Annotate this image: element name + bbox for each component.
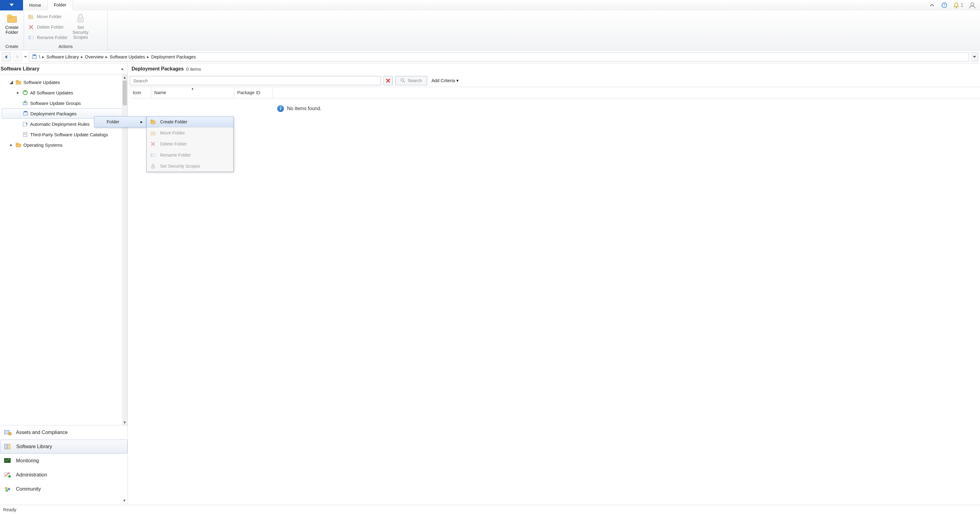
notification-count: 1 <box>961 2 963 8</box>
folder-move-icon <box>28 13 34 20</box>
wunderbar-administration[interactable]: Administration <box>0 468 127 482</box>
svg-point-38 <box>8 432 11 435</box>
add-criteria-button[interactable]: Add Criteria ▾ <box>430 78 461 83</box>
notification-bell[interactable]: 1 <box>953 2 963 9</box>
scroll-down-icon[interactable]: ▾ <box>122 420 127 425</box>
search-button-label: Search <box>408 78 422 83</box>
tree-label: Software Updates <box>23 80 60 85</box>
ribbon-group-actions-label: Actions <box>24 43 107 50</box>
set-security-scopes-button[interactable]: Set Security Scopes <box>71 12 90 40</box>
expand-icon[interactable]: ▸ <box>9 142 14 148</box>
delete-folder-button[interactable]: Delete Folder <box>28 23 68 31</box>
rename-folder-button[interactable]: Rename Folder <box>28 33 68 42</box>
breadcrumb[interactable]: \ ▸ Software Library ▸ Overview ▸ Softwa… <box>29 52 969 62</box>
tab-home[interactable]: Home <box>23 0 48 10</box>
delete-folder-label: Delete Folder <box>37 25 64 30</box>
wunderbar-overflow[interactable]: ▾ <box>0 496 127 505</box>
breadcrumb-item-4[interactable]: Deployment Packages <box>151 54 196 59</box>
svg-point-4 <box>971 3 974 6</box>
wunderbar-software-library[interactable]: Software Library <box>0 439 127 454</box>
svg-marker-0 <box>10 4 14 6</box>
file-tab[interactable] <box>0 0 23 10</box>
collapse-icon[interactable]: ◢ <box>9 79 14 85</box>
move-folder-button[interactable]: Move Folder <box>28 12 68 21</box>
col-name-label: Name <box>154 90 166 95</box>
clear-search-button[interactable] <box>383 76 393 85</box>
ctx-create-folder[interactable]: ✦ Create Folder <box>146 116 234 127</box>
svg-point-43 <box>8 475 11 478</box>
svg-rect-10 <box>29 15 31 16</box>
breadcrumb-item-0[interactable]: \ <box>39 54 40 59</box>
adr-icon <box>22 121 28 127</box>
wunderbar-community[interactable]: Community <box>0 482 127 496</box>
rename-folder-label: Rename Folder <box>37 35 68 40</box>
breadcrumb-dropdown[interactable] <box>971 52 978 62</box>
help-icon[interactable]: ? <box>941 2 948 9</box>
nav-history-dropdown[interactable] <box>24 55 27 59</box>
svg-rect-29 <box>24 111 27 112</box>
user-icon[interactable] <box>969 2 976 9</box>
library-icon <box>3 443 13 450</box>
svg-line-50 <box>404 81 405 83</box>
breadcrumb-item-3[interactable]: Software Updates <box>110 54 145 59</box>
tree-node-all-updates[interactable]: ▸ All Software Updates <box>2 87 126 98</box>
wunderbar-assets[interactable]: Assets and Compliance <box>0 425 127 439</box>
breadcrumb-root-icon[interactable] <box>32 54 37 60</box>
add-criteria-label: Add Criteria <box>431 78 455 83</box>
community-icon <box>3 485 12 493</box>
ctx-delete-folder[interactable]: Delete Folder <box>146 139 233 150</box>
ctx-label: Delete Folder <box>160 142 187 147</box>
assets-icon <box>3 429 12 436</box>
scroll-thumb[interactable] <box>123 81 127 105</box>
breadcrumb-item-2[interactable]: Overview <box>85 54 103 59</box>
svg-point-46 <box>6 489 8 492</box>
svg-rect-13 <box>29 36 33 39</box>
wunderbar-label: Administration <box>16 472 47 478</box>
bell-icon <box>953 2 959 9</box>
submenu-arrow-icon: ▸ <box>140 119 143 124</box>
ctx-rename-folder[interactable]: Rename Folder <box>146 150 233 161</box>
svg-marker-21 <box>973 56 976 58</box>
breadcrumb-item-1[interactable]: Software Library <box>46 54 79 59</box>
col-pkgid[interactable]: Package ID <box>234 87 273 98</box>
nav-forward-button[interactable] <box>13 52 22 62</box>
collapse-sidebar-icon[interactable]: ◂ <box>119 67 124 71</box>
tree-node-operating-systems[interactable]: ▸ Operating Systems <box>2 140 126 150</box>
svg-rect-19 <box>32 55 37 59</box>
tree-label: Deployment Packages <box>30 111 76 116</box>
title-right-controls: ? 1 <box>929 0 980 10</box>
updates-icon <box>22 89 28 96</box>
collapse-ribbon-icon[interactable] <box>929 2 935 9</box>
breadcrumb-sep: ▸ <box>147 54 150 59</box>
wunderbar-label: Community <box>16 486 41 492</box>
create-folder-label: Create Folder <box>5 25 19 35</box>
ctx-security-scopes[interactable]: Set Security Scopes <box>146 161 233 172</box>
ctx-folder-item[interactable]: Folder ▸ <box>94 116 146 127</box>
scroll-up-icon[interactable]: ▴ <box>122 75 127 80</box>
tree-node-thirdparty[interactable]: Third-Party Software Update Catalogs <box>2 129 126 140</box>
rename-icon <box>150 152 156 158</box>
svg-text:?: ? <box>943 3 946 7</box>
tree-node-software-updates[interactable]: ◢ Software Updates <box>2 77 126 87</box>
expand-icon[interactable]: ▸ <box>16 90 20 95</box>
col-icon[interactable]: Icon <box>130 87 151 98</box>
navbar: \ ▸ Software Library ▸ Overview ▸ Softwa… <box>0 50 980 63</box>
col-name[interactable]: Name ▲ <box>151 87 234 98</box>
rename-icon <box>28 34 34 41</box>
folder-icon <box>15 79 22 85</box>
svg-rect-39 <box>5 444 7 449</box>
tree-node-update-groups[interactable]: Software Update Groups <box>2 98 126 108</box>
search-input[interactable] <box>130 76 381 85</box>
nav-back-button[interactable] <box>2 52 11 62</box>
ribbon: Create Folder Create Move Folder Delete … <box>0 10 980 50</box>
tab-folder[interactable]: Folder <box>48 0 73 10</box>
ctx-move-folder[interactable]: Move Folder <box>146 127 233 139</box>
wunderbar-monitoring[interactable]: Monitoring <box>0 454 127 468</box>
tree-label: Operating Systems <box>23 142 63 148</box>
create-folder-button[interactable]: Create Folder <box>4 12 20 35</box>
svg-rect-36 <box>16 143 18 145</box>
ribbon-group-actions: Move Folder Delete Folder Rename Folder … <box>24 10 108 50</box>
search-button[interactable]: Search <box>395 76 427 85</box>
svg-point-49 <box>401 79 404 81</box>
svg-point-44 <box>5 487 7 489</box>
